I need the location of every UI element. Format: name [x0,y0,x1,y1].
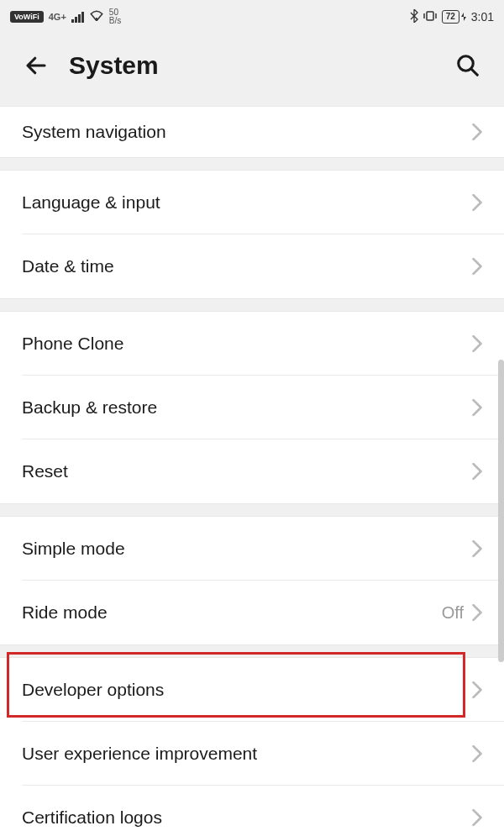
row-value: Off [442,603,464,623]
section: Developer optionsUser experience improve… [0,657,504,831]
battery-indicator: 72 [442,10,466,24]
row-label: Ride mode [22,602,108,623]
chevron-right-icon [472,809,482,826]
status-left: VoWiFi 4G+ 50 B/s [10,8,121,25]
row-certification-logos[interactable]: Certification logos [0,786,504,831]
search-button[interactable] [455,53,480,78]
row-label: Backup & restore [22,397,157,418]
status-bar: VoWiFi 4G+ 50 B/s 72 3:01 [0,0,504,34]
row-label: Reset [22,461,68,481]
row-label: Simple mode [22,539,125,559]
row-date-time[interactable]: Date & time [0,234,504,298]
row-user-experience[interactable]: User experience improvement [0,722,504,786]
row-system-navigation[interactable]: System navigation [0,107,504,157]
scrollbar[interactable] [499,108,504,822]
chevron-right-icon [472,745,482,762]
chevron-right-icon [472,681,482,698]
network-speed: 50 B/s [109,8,121,25]
chevron-right-icon [472,194,482,211]
chevron-right-icon [472,335,482,352]
row-ride-mode[interactable]: Ride modeOff [0,581,504,644]
row-developer-options[interactable]: Developer options [0,658,504,722]
row-label: Language & input [22,192,160,213]
chevron-right-icon [472,258,482,275]
row-label: Phone Clone [22,334,123,354]
vibrate-icon [423,10,437,24]
row-label: User experience improvement [22,744,257,764]
section: System navigation [0,106,504,158]
section: Phone CloneBackup & restoreReset [0,311,504,504]
signal-icon [71,11,84,23]
row-backup-restore[interactable]: Backup & restore [0,376,504,439]
row-simple-mode[interactable]: Simple mode [0,517,504,581]
page-header: System [0,34,504,97]
back-button[interactable] [24,53,49,78]
row-label: System navigation [22,122,166,142]
status-right: 72 3:01 [410,9,494,25]
chevron-right-icon [472,540,482,557]
chevron-right-icon [472,399,482,416]
svg-rect-1 [427,12,433,20]
row-language-input[interactable]: Language & input [0,171,504,234]
section: Simple modeRide modeOff [0,516,504,645]
clock: 3:01 [471,10,494,24]
wifi-icon [89,9,104,24]
section: Language & inputDate & time [0,170,504,299]
row-label: Developer options [22,680,164,700]
chevron-right-icon [472,463,482,480]
search-icon [455,53,480,78]
bluetooth-icon [410,9,418,25]
page-title: System [69,51,435,80]
row-label: Date & time [22,256,114,276]
network-gen: 4G+ [49,13,66,22]
row-phone-clone[interactable]: Phone Clone [0,312,504,376]
svg-point-0 [95,18,97,20]
vowifi-badge: VoWiFi [10,11,44,23]
row-label: Certification logos [22,807,162,828]
chevron-right-icon [472,124,482,140]
row-reset[interactable]: Reset [0,439,504,503]
chevron-right-icon [472,604,482,621]
scrollbar-thumb[interactable] [498,360,504,662]
back-arrow-icon [24,53,49,78]
